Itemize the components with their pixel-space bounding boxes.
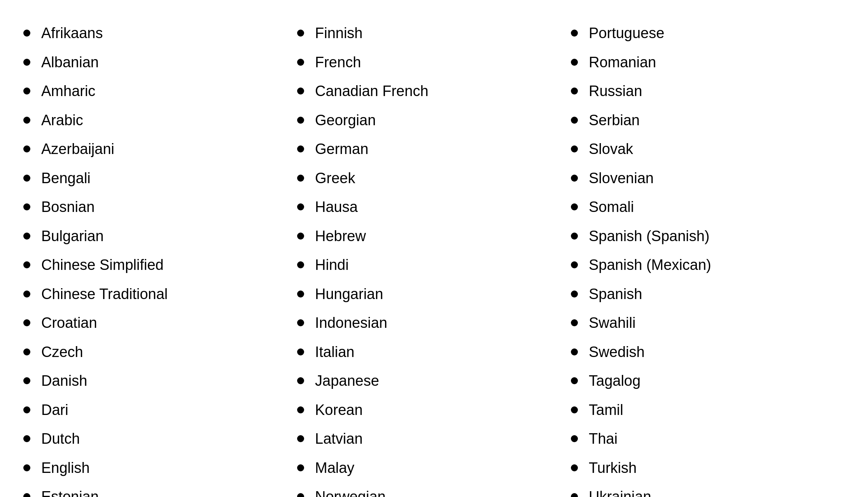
list-item: Arabic [23,106,282,135]
list-item: Hungarian [297,280,555,309]
list-item: Croatian [23,308,282,338]
language-name: German [315,136,368,162]
list-item: Estonian [23,482,282,497]
language-name: Japanese [315,368,379,394]
bullet-icon [297,59,304,66]
language-name: Albanian [41,49,99,75]
bullet-icon [297,261,304,268]
language-name: Arabic [41,107,83,133]
bullet-icon [571,464,578,471]
list-item: Chinese Simplified [23,250,282,280]
language-name: Croatian [41,310,97,336]
bullet-icon [571,377,578,384]
list-item: Azerbaijani [23,135,282,164]
list-item: Tagalog [571,366,829,396]
list-item: Amharic [23,77,282,106]
list-item: Turkish [571,453,829,483]
bullet-icon [571,406,578,413]
language-name: Bosnian [41,194,94,220]
language-name: Dutch [41,426,80,452]
language-name: Spanish [589,281,642,307]
language-name: Chinese Traditional [41,281,168,307]
list-item: Georgian [297,106,555,135]
bullet-icon [297,493,304,497]
language-name: Tamil [589,397,623,423]
bullet-icon [23,203,30,210]
language-name: Azerbaijani [41,136,114,162]
bullet-icon [23,59,30,66]
list-item: German [297,135,555,164]
bullet-icon [571,319,578,326]
language-name: Swedish [589,339,645,365]
bullet-icon [571,88,578,94]
language-name: Serbian [589,107,640,133]
bullet-icon [571,493,578,497]
bullet-icon [571,233,578,240]
list-item: Slovak [571,135,829,164]
language-name: Thai [589,426,618,452]
bullet-icon [297,145,304,152]
bullet-icon [571,145,578,152]
list-item: English [23,453,282,483]
language-name: Tagalog [589,368,640,394]
language-name: Ukrainian [589,484,651,497]
bullet-icon [297,203,304,210]
list-item: Bosnian [23,192,282,222]
list-item: Czech [23,338,282,367]
column-1: AfrikaansAlbanianAmharicArabicAzerbaijan… [23,19,297,497]
list-item: Chinese Traditional [23,280,282,309]
list-item: Romanian [571,48,829,77]
bullet-icon [23,30,30,37]
list-item: Hindi [297,250,555,280]
language-name: Norwegian [315,484,386,497]
language-name: Russian [589,78,642,104]
language-name: Slovak [589,136,633,162]
bullet-icon [571,348,578,355]
bullet-icon [297,319,304,326]
bullet-icon [297,88,304,94]
list-item: Spanish (Mexican) [571,250,829,280]
bullet-icon [23,435,30,442]
list-item: Latvian [297,424,555,453]
list-item: Ukrainian [571,482,829,497]
bullet-icon [571,261,578,268]
bullet-icon [23,377,30,384]
list-item: Slovenian [571,164,829,193]
bullet-icon [297,435,304,442]
list-item: Italian [297,338,555,367]
language-name: Spanish (Mexican) [589,252,711,278]
language-name: Czech [41,339,83,365]
list-item: Tamil [571,396,829,425]
list-item: Serbian [571,106,829,135]
bullet-icon [23,406,30,413]
language-name: Danish [41,368,87,394]
list-item: Malay [297,453,555,483]
bullet-icon [297,175,304,182]
bullet-icon [571,175,578,182]
language-name: Greek [315,165,355,191]
bullet-icon [571,203,578,210]
bullet-icon [23,233,30,240]
list-item: Korean [297,396,555,425]
language-name: Turkish [589,455,637,481]
list-item: Portuguese [571,19,829,48]
language-name: Hebrew [315,223,366,249]
language-name: Georgian [315,107,376,133]
language-name: Chinese Simplified [41,252,164,278]
list-item: Finnish [297,19,555,48]
list-item: Hausa [297,192,555,222]
list-item: Canadian French [297,77,555,106]
list-item: Greek [297,164,555,193]
language-name: French [315,49,361,75]
list-item: Afrikaans [23,19,282,48]
language-name: Hindi [315,252,349,278]
list-item: Danish [23,366,282,396]
language-name: Korean [315,397,363,423]
language-name: Bulgarian [41,223,104,249]
language-name: Estonian [41,484,99,497]
language-name: Spanish (Spanish) [589,223,710,249]
bullet-icon [23,117,30,124]
list-item: Spanish (Spanish) [571,222,829,251]
list-item: Hebrew [297,222,555,251]
language-name: Indonesian [315,310,387,336]
